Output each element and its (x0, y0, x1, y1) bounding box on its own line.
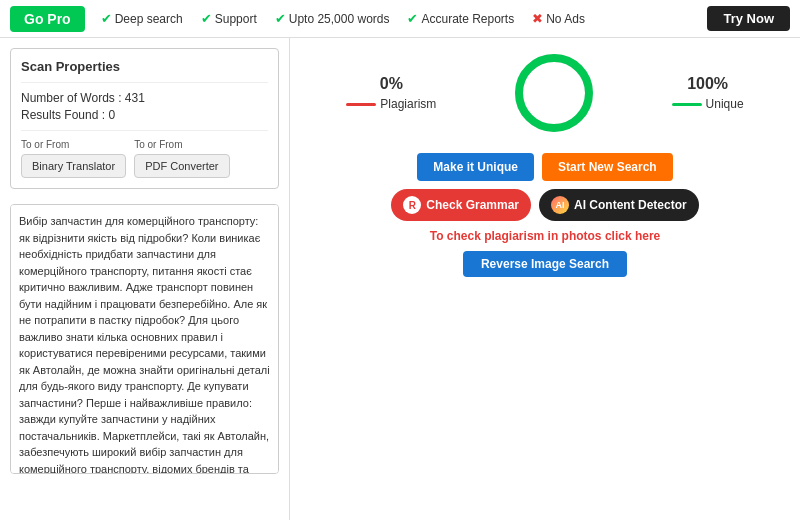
word-count: Number of Words : 431 (21, 91, 268, 105)
feature-words: ✔ Upto 25,000 words (275, 11, 390, 26)
feature-label-1: Deep search (115, 12, 183, 26)
ai-icon: AI (551, 196, 569, 214)
tool-group-2: To or From PDF Converter (134, 139, 229, 178)
text-area-container: Вибір запчастин для комерційного транспо… (10, 204, 279, 510)
right-panel: 0% Plagiarism 100% Unique (290, 38, 800, 520)
unique-pct: 100% (687, 75, 728, 93)
main-content: Scan Properties Number of Words : 431 Re… (0, 38, 800, 520)
check-icon-3: ✔ (275, 11, 286, 26)
plagiarism-label: Plagiarism (380, 97, 436, 111)
tool-label-2: To or From (134, 139, 229, 150)
results-found: Results Found : 0 (21, 108, 268, 122)
ai-detector-button[interactable]: AI AI Content Detector (539, 189, 699, 221)
plagiarism-pct: 0% (380, 75, 403, 93)
plagiarism-bar (346, 103, 376, 106)
reverse-image-button[interactable]: Reverse Image Search (463, 251, 627, 277)
go-pro-button[interactable]: Go Pro (10, 6, 85, 32)
btn-row-2: R Check Grammar AI AI Content Detector (391, 189, 698, 221)
feature-label-3: Upto 25,000 words (289, 12, 390, 26)
unique-bar (672, 103, 702, 106)
svg-point-1 (519, 58, 589, 128)
plagiarism-stat: 0% Plagiarism (346, 75, 436, 111)
check-grammar-label: Check Grammar (426, 198, 519, 212)
check-grammar-button[interactable]: R Check Grammar (391, 189, 531, 221)
top-banner: Go Pro ✔ Deep search ✔ Support ✔ Upto 25… (0, 0, 800, 38)
action-buttons: Make it Unique Start New Search R Check … (310, 153, 780, 277)
try-now-button[interactable]: Try Now (707, 6, 790, 31)
feature-support: ✔ Support (201, 11, 257, 26)
check-icon-1: ✔ (101, 11, 112, 26)
unique-label-row: Unique (672, 97, 744, 111)
unique-stat: 100% Unique (672, 75, 744, 111)
tool-label-1: To or From (21, 139, 126, 150)
feature-reports: ✔ Accurate Reports (407, 11, 514, 26)
text-area[interactable]: Вибір запчастин для комерційного транспо… (10, 204, 279, 474)
donut-chart (509, 48, 599, 138)
scan-properties-box: Scan Properties Number of Words : 431 Re… (10, 48, 279, 189)
feature-label-2: Support (215, 12, 257, 26)
plagiarism-label-row: Plagiarism (346, 97, 436, 111)
feature-deep-search: ✔ Deep search (101, 11, 183, 26)
tools-row: To or From Binary Translator To or From … (21, 139, 268, 178)
grammar-icon: R (403, 196, 421, 214)
stats-row: 0% Plagiarism 100% Unique (310, 48, 780, 138)
ai-detector-label: AI Content Detector (574, 198, 687, 212)
feature-label-4: Accurate Reports (421, 12, 514, 26)
scan-properties-title: Scan Properties (21, 59, 268, 74)
binary-translator-button[interactable]: Binary Translator (21, 154, 126, 178)
pdf-converter-button[interactable]: PDF Converter (134, 154, 229, 178)
unique-label: Unique (706, 97, 744, 111)
left-panel: Scan Properties Number of Words : 431 Re… (0, 38, 290, 520)
check-icon-4: ✔ (407, 11, 418, 26)
tool-group-1: To or From Binary Translator (21, 139, 126, 178)
check-icon-2: ✔ (201, 11, 212, 26)
feature-label-5: No Ads (546, 12, 585, 26)
x-icon: ✖ (532, 11, 543, 26)
photo-check-text: To check plagiarism in photos click here (430, 229, 661, 243)
btn-row-1: Make it Unique Start New Search (417, 153, 672, 181)
feature-no-ads: ✖ No Ads (532, 11, 585, 26)
start-search-button[interactable]: Start New Search (542, 153, 673, 181)
make-unique-button[interactable]: Make it Unique (417, 153, 534, 181)
